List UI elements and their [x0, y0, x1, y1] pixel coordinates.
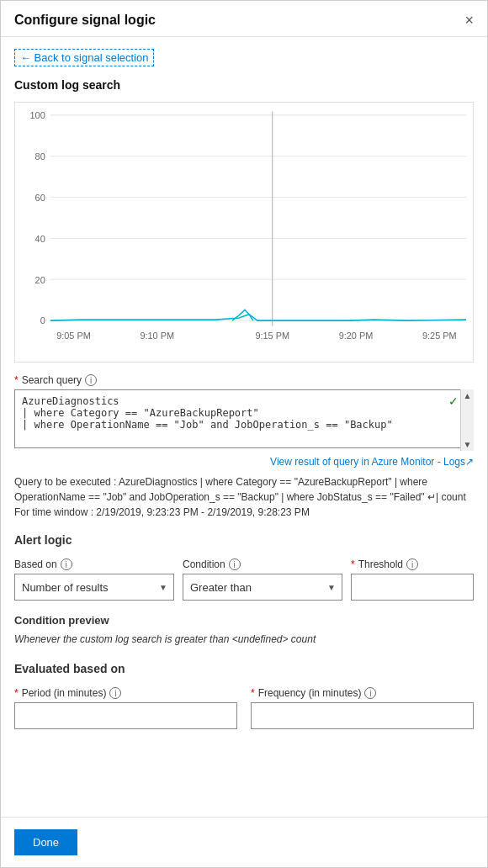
condition-preview-title: Condition preview	[14, 614, 474, 627]
based-on-info-icon: i	[61, 558, 72, 570]
threshold-label: * Threshold i	[351, 558, 474, 570]
query-box-wrapper: AzureDiagnostics | where Category == "Az…	[14, 389, 474, 451]
chart-svg: 100 80 60 40 20 0 9:05 PM 9:10 PM 9:15 P…	[15, 103, 473, 362]
svg-text:20: 20	[35, 274, 45, 284]
threshold-group: * Threshold i	[351, 558, 474, 601]
frequency-input[interactable]: 5	[251, 702, 474, 729]
modal-title: Configure signal logic	[14, 13, 156, 28]
condition-preview-text: Whenever the custom log search is greate…	[14, 633, 474, 645]
frequency-info-icon: i	[364, 687, 376, 699]
query-valid-checkmark: ✓	[448, 394, 459, 408]
svg-text:9:15 PM: 9:15 PM	[255, 331, 289, 341]
close-button[interactable]: ×	[464, 13, 474, 28]
period-group: * Period (in minutes) i 5	[14, 687, 237, 729]
condition-select-wrapper: Greater than Less than Equal to ▼	[183, 574, 342, 601]
period-info-icon: i	[109, 687, 121, 699]
chart-area: 100 80 60 40 20 0 9:05 PM 9:10 PM 9:15 P…	[14, 102, 474, 363]
threshold-input[interactable]	[351, 574, 474, 601]
svg-text:0: 0	[40, 315, 45, 326]
condition-select[interactable]: Greater than Less than Equal to	[183, 574, 342, 601]
back-to-signal-link[interactable]: ← Back to signal selection	[14, 49, 154, 66]
search-query-label: * Search query i	[14, 374, 474, 386]
condition-info-icon: i	[229, 558, 241, 570]
svg-text:9:10 PM: 9:10 PM	[140, 331, 174, 341]
based-on-select[interactable]: Number of results Metric measurement	[14, 574, 174, 601]
svg-text:9:05 PM: 9:05 PM	[56, 331, 91, 341]
search-query-input[interactable]: AzureDiagnostics | where Category == "Az…	[14, 389, 474, 448]
scroll-down-arrow[interactable]: ▼	[462, 438, 474, 451]
condition-label: Condition i	[183, 558, 342, 570]
period-input[interactable]: 5	[14, 702, 237, 729]
based-on-group: Based on i Number of results Metric meas…	[14, 558, 174, 601]
modal-footer: Done	[1, 817, 487, 867]
based-on-label: Based on i	[14, 558, 174, 570]
condition-group: Condition i Greater than Less than Equal…	[183, 558, 342, 601]
threshold-info-icon: i	[406, 558, 418, 570]
svg-text:100: 100	[30, 110, 45, 120]
svg-text:60: 60	[35, 192, 45, 202]
frequency-group: * Frequency (in minutes) i 5	[251, 687, 474, 729]
section-title: Custom log search	[14, 78, 474, 92]
alert-logic-form-row: Based on i Number of results Metric meas…	[14, 558, 474, 601]
alert-logic-title: Alert logic	[14, 533, 474, 547]
evaluated-form-row: * Period (in minutes) i 5 * Frequency (i…	[14, 687, 474, 729]
svg-text:9:20 PM: 9:20 PM	[339, 331, 374, 341]
frequency-label: * Frequency (in minutes) i	[251, 687, 474, 699]
svg-text:80: 80	[35, 151, 45, 161]
view-query-link[interactable]: View result of query in Azure Monitor - …	[14, 456, 474, 468]
done-button[interactable]: Done	[14, 829, 77, 855]
scroll-up-arrow[interactable]: ▲	[462, 389, 474, 402]
search-query-info-icon: i	[85, 374, 97, 386]
based-on-select-wrapper: Number of results Metric measurement ▼	[14, 574, 174, 601]
query-scrollbar[interactable]: ▲ ▼	[460, 389, 474, 451]
evaluated-based-on-title: Evaluated based on	[14, 662, 474, 675]
query-info-text: Query to be executed : AzureDiagnostics …	[14, 474, 474, 520]
svg-text:9:25 PM: 9:25 PM	[422, 331, 457, 341]
svg-text:40: 40	[35, 233, 45, 243]
period-label: * Period (in minutes) i	[14, 687, 237, 699]
